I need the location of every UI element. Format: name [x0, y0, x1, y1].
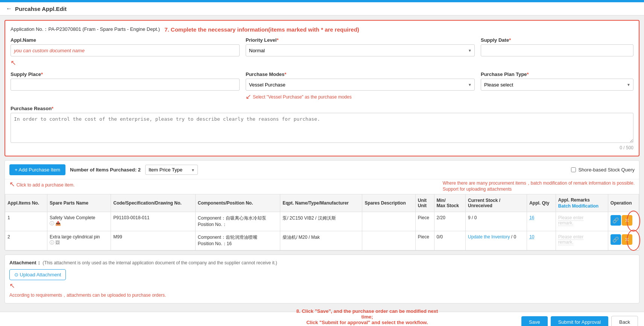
attachment-annotation: According to requirements，attachments ca… — [9, 292, 166, 299]
purchase-reason-textarea[interactable] — [11, 113, 633, 143]
row1-img-icon[interactable]: 📤 — [55, 221, 61, 226]
row2-eqpt: 柴油机/ M20 / Mak — [280, 231, 362, 250]
submit-for-approval-button[interactable]: Submit for Approval — [551, 316, 608, 326]
purchase-plan-type-group: Purchase Plan Type* Please select — [481, 71, 633, 91]
form-row-1: Appl.Name you can custom document name ↖… — [11, 37, 633, 67]
attachment-section: Attachment： (This attachment is only use… — [5, 255, 639, 303]
row2-code: M99 — [111, 231, 196, 250]
row2-info-icon[interactable]: ⓘ — [50, 240, 54, 245]
row1-delete-button[interactable]: ✕ — [622, 215, 632, 226]
footer-annotation: 8. Click "Save", and the purchase order … — [292, 308, 442, 326]
row1-eqpt: 泵/ 2C150 VIB2 / 汉姆沃斯 — [280, 212, 362, 231]
row1-info-icon[interactable]: ⓘ — [50, 221, 54, 226]
back-button[interactable]: ← — [6, 5, 12, 12]
row1-unit: Piece — [415, 212, 434, 231]
page-header: ← Purcahse Appl.Edit — [0, 2, 644, 15]
row2-current-stock: Update the Inventory / 0 — [466, 231, 527, 250]
attachment-row: ⊙ Upload Attachment ↖ According to requi… — [9, 269, 635, 299]
purchase-plan-type-select[interactable]: Please select — [481, 79, 633, 91]
table-header-row: Appl.Items No. Spare Parts Name Code/Spe… — [5, 194, 639, 212]
batch-annotation: Where there are many procurement items，b… — [443, 180, 635, 192]
appl-name-placeholder: you can custom document name — [14, 45, 85, 56]
row1-operation: 🔗 ✕ — [608, 212, 639, 231]
row2-spare-parts-name: Extra large cylindrical pin ⓘ 🖼 — [47, 231, 111, 250]
form-section: Application No.：PA-P23070801 (Fram - Spa… — [5, 20, 639, 156]
update-inventory-link[interactable]: Update the Inventory — [468, 234, 510, 240]
supply-date-input[interactable]: 2023-08-08 — [481, 44, 633, 56]
priority-select[interactable]: Normal — [246, 44, 475, 56]
add-purchase-item-button[interactable]: + Add Purchase Item — [9, 164, 65, 175]
purchase-modes-select-wrapper: Vessel Purchase — [246, 79, 475, 91]
row2-component: Component：齿轮润滑油喷嘴 Position No.：16 — [195, 231, 280, 250]
supply-place-label: Supply Place* — [11, 71, 240, 77]
page-title: Purcahse Appl.Edit — [15, 6, 67, 12]
supply-place-group: Supply Place* — [11, 71, 240, 91]
col-min-max-stock: Min/Max Stock — [434, 194, 466, 212]
footer-bar: 8. Click "Save", and the purchase order … — [0, 312, 644, 326]
supply-place-input[interactable] — [11, 79, 240, 91]
select-annotation: Select "Vessel Purchase" as the purchase… — [253, 94, 352, 100]
col-code-spec: Code/Specification/Drawing No. — [111, 194, 196, 212]
row1-edit-button[interactable]: 🔗 — [611, 215, 621, 226]
priority-level-group: Priority Level* Normal — [246, 37, 475, 56]
row2-delete-button[interactable]: ✕ — [622, 234, 632, 245]
shore-stock-label: Shore-based Stock Query — [571, 167, 635, 173]
app-no: Application No.：PA-P23070801 (Fram - Spa… — [11, 26, 160, 33]
row2-operation: 🔗 ✕ — [608, 231, 639, 250]
purchase-reason-label: Purchase Reason* — [11, 106, 633, 111]
attachment-note: (This attachment is only used as the int… — [43, 260, 277, 265]
priority-select-wrapper: Normal — [246, 44, 475, 56]
items-toolbar: + Add Purchase Item Number of Items Purc… — [5, 161, 639, 179]
row2-remark[interactable]: Please enterremark. — [556, 231, 608, 250]
row1-remark[interactable]: Please enterremark. — [556, 212, 608, 231]
row2-img-icon[interactable]: 🖼 — [55, 240, 60, 245]
batch-modification-link[interactable]: Batch Modification — [558, 203, 606, 209]
table-row: 1 Safety Valve Complete ⓘ 📤 P91103-0018-… — [5, 212, 639, 231]
back-button-footer[interactable]: Back — [611, 316, 638, 326]
item-price-type-select[interactable]: Item Price Type — [145, 165, 198, 175]
purchase-reason-group: Purchase Reason* 0 / 500 — [11, 106, 633, 150]
col-unit: UnitUnit — [415, 194, 434, 212]
row1-spare-desc — [362, 212, 415, 231]
col-components-pos: Components/Position No. — [195, 194, 280, 212]
items-table: Appl.Items No. Spare Parts Name Code/Spe… — [5, 194, 639, 250]
row1-appl-qty[interactable]: 16 — [527, 212, 556, 231]
purchase-modes-group: Purchase Modes* Vessel Purchase ↗ Select… — [246, 71, 475, 101]
appl-name-label: Appl.Name — [11, 37, 240, 43]
item-price-type-wrapper: Item Price Type — [145, 165, 198, 175]
form-row-2: Supply Place* Purchase Modes* Vessel Pur… — [11, 71, 633, 101]
col-appl-items-no: Appl.Items No. — [5, 194, 47, 212]
purchase-modes-select[interactable]: Vessel Purchase — [246, 79, 475, 91]
purchase-plan-type-label: Purchase Plan Type* — [481, 71, 633, 77]
col-current-stock: Current Stock /Unreceived — [466, 194, 527, 212]
supply-date-group: Supply Date* 2023-08-08 — [481, 37, 633, 56]
textarea-counter: 0 / 500 — [11, 145, 633, 150]
priority-label: Priority Level* — [246, 37, 475, 43]
row2-appl-qty[interactable]: 10 — [527, 231, 556, 250]
row2-min-max: 0/0 — [434, 231, 466, 250]
row1-spare-parts-name: Safety Valve Complete ⓘ 📤 — [47, 212, 111, 231]
items-count: Number of Items Purchased: 2 — [70, 167, 141, 173]
col-eqpt-name: Eqpt. Name/Type/Manufacturer — [280, 194, 362, 212]
form-section-header: Application No.：PA-P23070801 (Fram - Spa… — [11, 26, 633, 33]
upload-attachment-button[interactable]: ⊙ Upload Attachment — [9, 269, 66, 280]
appl-name-group: Appl.Name you can custom document name ↖ — [11, 37, 240, 67]
col-spare-parts-name: Spare Parts Name — [47, 194, 111, 212]
col-spare-desc: Spares Description — [362, 194, 415, 212]
purchase-modes-label: Purchase Modes* — [246, 71, 475, 77]
items-section: + Add Purchase Item Number of Items Purc… — [5, 160, 639, 251]
add-annotation: Click to add a purchase item. — [17, 182, 75, 188]
purchase-plan-type-select-wrapper: Please select — [481, 79, 633, 91]
row1-component: Component：自吸离心海水冷却泵 Position No.： — [195, 212, 280, 231]
row2-spare-desc — [362, 231, 415, 250]
col-operation: Operation — [608, 194, 639, 212]
save-button[interactable]: Save — [521, 316, 548, 326]
shore-stock-checkbox[interactable] — [571, 167, 576, 172]
row2-unit: Piece — [415, 231, 434, 250]
row2-edit-button[interactable]: 🔗 — [611, 234, 621, 245]
main-content: Application No.：PA-P23070801 (Fram - Spa… — [0, 15, 644, 312]
col-appl-remarks: Appl. Remarks Batch Modification — [556, 194, 608, 212]
row1-code: P91103-0018-011 — [111, 212, 196, 231]
col-appl-qty: Appl. Qty — [527, 194, 556, 212]
row1-current-stock: 9 / 0 — [466, 212, 527, 231]
